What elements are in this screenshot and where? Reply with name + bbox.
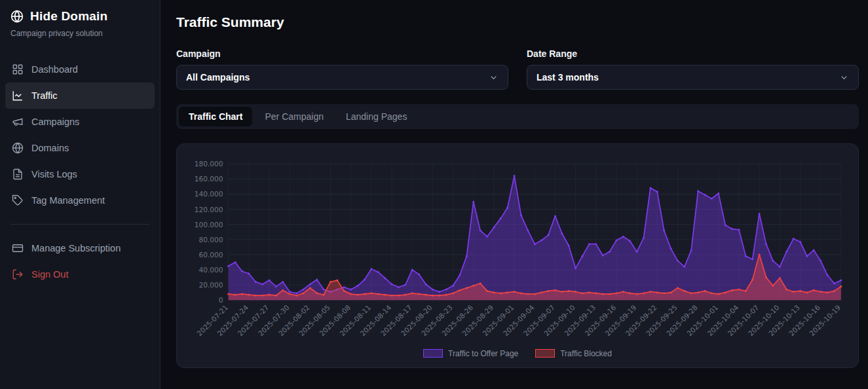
svg-text:20.000: 20.000: [199, 281, 223, 289]
main-content: Traffic Summary Campaign All Campaigns D…: [160, 0, 868, 389]
sidebar-item-manage-subscription[interactable]: Manage Subscription: [5, 235, 155, 261]
globe-icon: [12, 142, 24, 154]
line-chart-icon: [12, 90, 24, 102]
sidebar-item-label: Manage Subscription: [31, 243, 121, 253]
traffic-chart-panel: 2025-07-212025-07-242025-07-272025-07-30…: [176, 143, 859, 368]
sidebar-item-label: Dashboard: [31, 64, 78, 75]
sidebar: Hide Domain Campaign privacy solution Da…: [0, 0, 160, 389]
legend-label-blocked: Traffic Blocked: [560, 349, 612, 358]
svg-text:140.000: 140.000: [195, 190, 223, 198]
legend-swatch-red: [535, 349, 555, 358]
sidebar-item-traffic[interactable]: Traffic: [5, 83, 155, 109]
svg-text:0: 0: [219, 296, 223, 304]
svg-text:80.000: 80.000: [199, 236, 223, 244]
chevron-down-icon: [489, 73, 499, 83]
legend-blocked[interactable]: Traffic Blocked: [535, 349, 612, 358]
traffic-area-chart[interactable]: 2025-07-212025-07-242025-07-272025-07-30…: [183, 153, 852, 349]
sidebar-item-label: Traffic: [31, 90, 57, 101]
date-range-select-value: Last 3 months: [537, 72, 599, 83]
campaign-label: Campaign: [176, 48, 508, 59]
megaphone-icon: [12, 116, 24, 128]
file-text-icon: [12, 168, 24, 180]
svg-text:60.000: 60.000: [199, 251, 223, 259]
sidebar-item-label: Visits Logs: [31, 169, 77, 179]
chevron-down-icon: [839, 73, 849, 83]
sidebar-item-domains[interactable]: Domains: [5, 135, 155, 161]
svg-text:120.000: 120.000: [195, 206, 223, 213]
sidebar-item-campaigns[interactable]: Campaigns: [5, 109, 155, 135]
tab-bar: Traffic Chart Per Campaign Landing Pages: [176, 104, 859, 129]
sidebar-divider: [10, 224, 149, 225]
sidebar-item-label: Tag Management: [31, 195, 105, 206]
sign-out-label: Sign Out: [31, 269, 68, 280]
date-range-filter: Date Range Last 3 months: [527, 48, 859, 90]
campaign-select-value: All Campaigns: [186, 72, 250, 83]
tag-icon: [12, 194, 24, 206]
filter-bar: Campaign All Campaigns Date Range Last 3…: [176, 48, 859, 90]
page-title: Traffic Summary: [176, 14, 859, 30]
sidebar-item-label: Domains: [31, 143, 69, 153]
brand-subtitle: Campaign privacy solution: [0, 24, 160, 38]
chart-legend: Traffic to Offer Page Traffic Blocked: [183, 349, 852, 358]
sidebar-item-label: Campaigns: [31, 117, 79, 127]
campaign-select[interactable]: All Campaigns: [176, 65, 508, 90]
tab-landing-pages[interactable]: Landing Pages: [336, 107, 417, 126]
brand: Hide Domain: [0, 9, 160, 24]
svg-text:100.000: 100.000: [195, 221, 223, 229]
svg-text:180.000: 180.000: [195, 160, 223, 168]
globe-icon: [10, 10, 24, 23]
legend-swatch-purple: [423, 349, 443, 358]
tab-traffic-chart[interactable]: Traffic Chart: [179, 107, 252, 126]
tab-per-campaign[interactable]: Per Campaign: [255, 107, 333, 126]
credit-card-icon: [12, 242, 24, 254]
campaign-filter: Campaign All Campaigns: [176, 48, 508, 90]
svg-text:160.000: 160.000: [195, 175, 223, 183]
log-out-icon: [12, 269, 24, 280]
legend-offer-page[interactable]: Traffic to Offer Page: [423, 349, 518, 358]
date-range-label: Date Range: [527, 48, 859, 59]
svg-text:40.000: 40.000: [199, 266, 223, 274]
sidebar-nav: Dashboard Traffic Campaigns Domains Visi…: [0, 56, 160, 287]
grid-icon: [12, 64, 24, 75]
sign-out-button[interactable]: Sign Out: [5, 261, 155, 287]
legend-label-offer-page: Traffic to Offer Page: [448, 349, 518, 358]
date-range-select[interactable]: Last 3 months: [527, 65, 859, 90]
sidebar-item-tag-management[interactable]: Tag Management: [5, 187, 155, 213]
sidebar-item-dashboard[interactable]: Dashboard: [5, 56, 155, 83]
brand-title: Hide Domain: [30, 9, 107, 24]
sidebar-item-visits-logs[interactable]: Visits Logs: [5, 161, 155, 187]
